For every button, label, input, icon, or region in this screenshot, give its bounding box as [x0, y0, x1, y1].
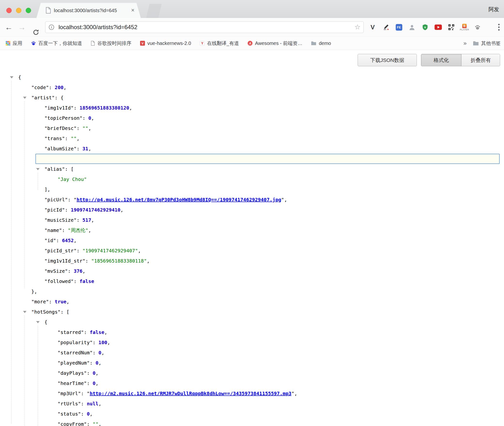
json-url-link[interactable]: http://m2.music.126.net/RMJR7wDullRqppBk…	[90, 391, 291, 396]
json-line: "copyFrom": "",	[0, 419, 504, 426]
json-key: "dayPlays"	[58, 370, 87, 376]
highlighted-line-box	[35, 154, 500, 164]
new-tab-button[interactable]	[146, 4, 162, 18]
qrcode-extension-icon[interactable]	[448, 24, 455, 30]
json-token: "	[74, 197, 76, 203]
json-token: :	[83, 115, 88, 121]
json-token: :	[85, 258, 91, 264]
format-button[interactable]: 格式化	[421, 54, 462, 66]
person-extension-icon[interactable]	[408, 24, 416, 30]
json-line: "popularity": 100,	[0, 337, 504, 348]
json-token: 0	[99, 350, 101, 356]
other-bookmarks-folder[interactable]: 其他书签	[473, 40, 501, 47]
json-url-link[interactable]: http://p4.music.126.net/8mv7qP30Pd3oHW8b…	[76, 197, 281, 203]
fe-extension-icon[interactable]: FE	[395, 24, 403, 31]
shield-extension-icon[interactable]: u	[421, 24, 429, 30]
youdao-y-icon: Y	[200, 41, 205, 46]
json-line: "musicSize": 517,	[0, 215, 504, 225]
bookmark-item-label: demo	[319, 41, 331, 46]
json-token: false	[80, 278, 94, 284]
vue-v-icon: V	[140, 41, 145, 46]
bookmark-item[interactable]: demo	[311, 41, 331, 46]
tab-close-icon[interactable]: ×	[131, 3, 134, 18]
close-window-button[interactable]	[6, 8, 12, 13]
json-token: 200	[55, 85, 63, 90]
url-text[interactable]: localhost:3000/artists?id=6452	[59, 22, 137, 33]
collapse-triangle-icon[interactable]	[23, 97, 26, 99]
json-token: ],	[44, 187, 50, 192]
other-bookmarks-label: 其他书签	[481, 40, 501, 47]
json-key: "playedNum"	[58, 360, 90, 366]
json-key: "topicPerson"	[44, 115, 83, 121]
svg-text:en: en	[384, 28, 386, 30]
json-token: "	[87, 391, 90, 396]
json-key: "picId"	[44, 207, 65, 213]
address-bar[interactable]: i localhost:3000/artists?id=6452 ☆	[45, 21, 364, 33]
json-token: ,	[120, 207, 123, 213]
json-line: "starredNum": 0,	[0, 348, 504, 358]
json-token: false	[90, 329, 104, 335]
json-token: :	[74, 105, 79, 111]
json-token: ,	[101, 350, 104, 356]
bookmark-item[interactable]: Y在线翻译_有道	[200, 40, 239, 47]
player-caption: PLAYER	[460, 28, 469, 31]
json-line: "picId_str": "19097417462929407",	[0, 246, 504, 256]
reload-icon[interactable]	[31, 24, 41, 31]
dictionary-extension-icon[interactable]: en	[382, 24, 389, 30]
json-token: :	[93, 350, 99, 356]
vimium-extension-icon[interactable]: V	[369, 24, 376, 31]
download-json-button[interactable]: 下载JSON数据	[358, 54, 417, 66]
collapse-all-button[interactable]: 折叠所有	[461, 54, 500, 66]
bookmark-item[interactable]: AAwesomes - 前端资…	[248, 40, 302, 47]
json-key: "picUrl"	[44, 197, 68, 203]
browser-menu-icon[interactable]	[498, 18, 500, 36]
bookmark-item-label: 在线翻译_有道	[207, 40, 239, 47]
collapse-triangle-icon[interactable]	[23, 311, 26, 313]
bookmarks-overflow-icon[interactable]: »	[463, 40, 467, 47]
info-icon[interactable]: i	[49, 25, 54, 30]
json-token: ,	[88, 227, 91, 233]
bookmark-item[interactable]: 应用	[6, 40, 22, 47]
json-token: : {	[55, 95, 63, 101]
json-tree: {"code": 200,"artist": {"img1v1Id": 1856…	[0, 72, 504, 426]
json-token: ,	[76, 136, 79, 141]
json-token: :	[65, 136, 71, 141]
collapse-triangle-icon[interactable]	[36, 168, 40, 170]
json-token: 19097417462929410	[71, 207, 120, 213]
collapse-triangle-icon[interactable]	[10, 76, 13, 78]
extensions-row: V en FE u B PLAYER	[369, 18, 481, 36]
page-icon	[46, 7, 51, 14]
json-key: "starred"	[58, 329, 84, 335]
browser-toolbar: ← → i localhost:3000/artists?id=6452 ☆ V…	[0, 18, 504, 37]
browser-tab[interactable]: localhost:3000/artists?id=645 ×	[36, 3, 141, 18]
back-icon[interactable]: ←	[4, 18, 14, 36]
paw-extension-icon[interactable]	[474, 24, 481, 30]
json-token: :	[76, 146, 82, 152]
bookmark-item[interactable]: 百度一下，你就知道	[31, 40, 82, 47]
json-token: ,	[147, 258, 150, 264]
json-token: :	[68, 268, 74, 274]
json-key: "status"	[58, 411, 81, 417]
json-line: "img1v1Url": "http://p4.music.126.net/Q_…	[0, 154, 504, 164]
youtube-extension-icon[interactable]	[435, 25, 442, 30]
json-token: :	[93, 340, 99, 345]
json-key: "hotSongs"	[31, 309, 60, 315]
bookmark-item[interactable]: 谷歌按时间排序	[91, 40, 131, 47]
json-token: ,	[91, 115, 94, 121]
json-token: "19097417462929407"	[83, 248, 138, 254]
minimize-window-button[interactable]	[16, 8, 21, 13]
json-token: ,	[63, 85, 66, 90]
bookmarks-right: » 其他书签	[463, 37, 501, 50]
json-key: "picId_str"	[44, 248, 76, 254]
browser-tab-strip: localhost:3000/artists?id=645 × 阿发	[0, 0, 504, 18]
json-line: "status": 0,	[0, 409, 504, 419]
player-extension-icon[interactable]: B PLAYER	[461, 24, 468, 31]
zoom-window-button[interactable]	[26, 8, 31, 13]
json-token: 0	[87, 411, 90, 417]
json-token: ,	[91, 217, 94, 223]
collapse-triangle-icon[interactable]	[36, 321, 40, 323]
bookmark-item[interactable]: Vvue-hackernews-2.0	[140, 41, 191, 46]
json-token: ,	[107, 340, 110, 345]
bookmark-star-icon[interactable]: ☆	[354, 22, 361, 33]
json-token: ,	[138, 248, 141, 254]
